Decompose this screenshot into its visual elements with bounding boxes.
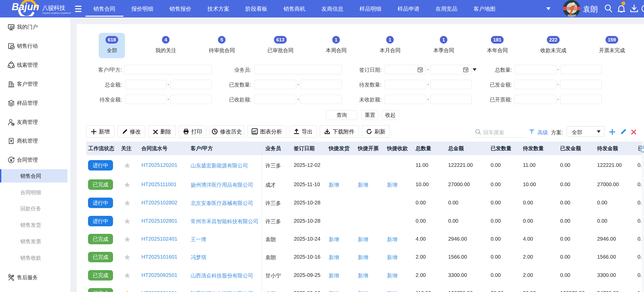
- svg-text:vs: vs: [12, 123, 14, 125]
